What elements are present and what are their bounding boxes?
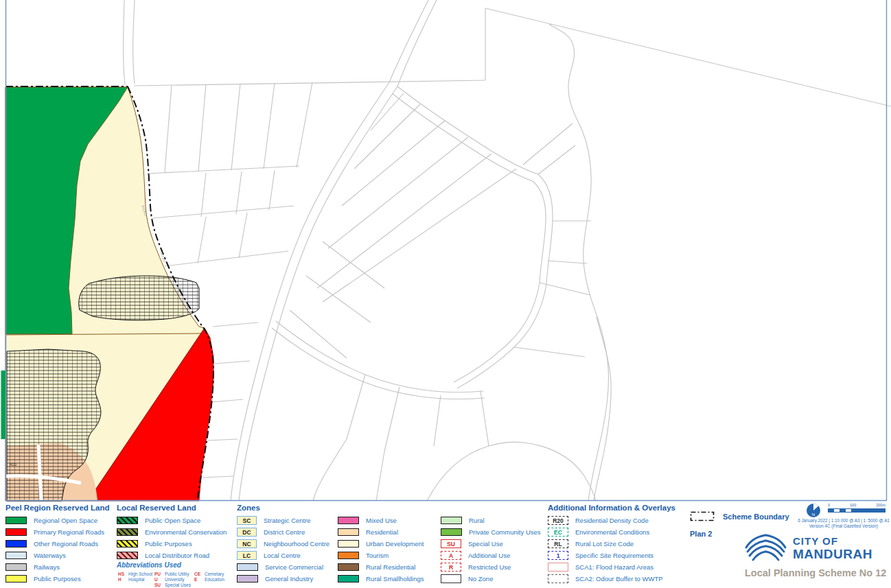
planning-map: R20 ROAD ROAD	[0, 0, 891, 502]
legend-item: Mixed Use	[338, 515, 439, 526]
legend-item: R20Residential Density Code	[548, 515, 688, 526]
density-code-label: R20	[10, 462, 16, 467]
legend-section-title: Zones	[237, 504, 260, 512]
legend-item-label: Regional Open Space	[34, 517, 97, 524]
legend-item-label: SCA2: Odour Buffer to WWTP	[575, 575, 663, 583]
legend-item-label: District Centre	[264, 528, 305, 536]
swatch-other-regional-roads	[5, 540, 27, 548]
legend-item-label: Environmental Conservation	[145, 528, 227, 536]
legend-item-label: Environmental Conditions	[575, 528, 649, 536]
logo-line-1: CITY OF	[793, 536, 872, 546]
legend-item-label: Urban Development	[366, 540, 424, 548]
legend-section-zones-3: Rural Private Community Uses SUSpecial U…	[441, 502, 545, 588]
small-lot-cluster-upper	[79, 276, 199, 320]
legend-item-label: Public Purposes	[145, 540, 192, 548]
legend-section-title: Local Reserved Land	[117, 504, 196, 512]
swatch-additional-use: A	[441, 551, 461, 560]
abbrev-desc: Education	[205, 577, 224, 582]
legend-item: Urban Development	[338, 538, 439, 550]
legend-item-label: Additional Use	[468, 552, 510, 559]
legend-item-label: SCA1: Flood Hazard Areas	[575, 563, 653, 571]
legend-item: Public Purposes	[5, 573, 115, 585]
legend-item-label: Mixed Use	[366, 517, 397, 524]
abbrev-code: E	[194, 577, 202, 582]
legend-item-label: Tourism	[366, 552, 389, 559]
scheme-boundary-item: Scheme Boundary	[690, 511, 793, 521]
swatch-local-distributor-road	[117, 552, 138, 559]
legend-item: RRestricted Use	[441, 561, 545, 573]
swatch-public-purposes	[5, 575, 27, 583]
legend-item: SCA1: Flood Hazard Areas	[548, 561, 688, 573]
abbrev-entry: UUniversity	[154, 576, 191, 582]
legend-item-label: Special Use	[468, 540, 503, 548]
map-date-scale-note: 6 January 2022 | 1:10 000 @ A3 | 1: 5000…	[796, 518, 891, 529]
legend-item: Residential	[338, 526, 439, 538]
abbrev-entry: CECemetary	[194, 571, 224, 576]
legend-item-label: Local Centre	[264, 552, 301, 559]
legend-item-label: Rural Smallholdings	[366, 575, 424, 583]
city-of-mandurah-logo: CITY OF MANDURAH Local Planning Scheme N…	[745, 532, 891, 578]
north-arrow-icon: N	[806, 503, 821, 518]
legend-item: Waterways	[5, 550, 115, 561]
legend-item: NCNeighbourhood Centre	[237, 538, 337, 550]
legend-item: LCLocal Centre	[237, 550, 337, 561]
legend-item-label: Residential Density Code	[575, 517, 649, 524]
scale-tick: 200m	[876, 503, 886, 507]
map-legend: Peel Region Reserved Land Regional Open …	[0, 502, 891, 588]
swatch-environmental-conservation	[117, 528, 138, 536]
abbrev-col-3: CECemetary EEducation	[194, 571, 224, 582]
legend-item-label: Primary Regional Roads	[34, 528, 104, 536]
abbrev-code: H	[118, 577, 126, 582]
legend-item: Environmental Conservation	[117, 526, 235, 538]
swatch-special-use: SU	[441, 539, 461, 548]
legend-item-label: Public Open Space	[145, 517, 200, 524]
swatch-sca1-flood-hazard	[548, 563, 568, 572]
swatch-specific-site-requirements: 1	[548, 551, 568, 560]
legend-item: Public Open Space	[117, 515, 235, 526]
legend-item: Private Community Uses	[441, 526, 545, 538]
logo-text: CITY OF MANDURAH	[793, 536, 872, 561]
legend-item: RLRural Lot Size Code	[548, 538, 688, 550]
legend-item: Other Regional Roads	[5, 538, 115, 550]
swatch-neighbourhood-centre: NC	[237, 539, 257, 548]
legend-item: AAdditional Use	[441, 550, 545, 561]
legend-section-title: Peel Region Reserved Land	[5, 504, 109, 512]
swatch-strategic-centre: SC	[237, 516, 257, 525]
date-line: 6 January 2022 | 1:10 000 @ A3 | 1: 5000…	[796, 518, 891, 524]
swatch-rural	[441, 517, 462, 524]
swatch-rural-residential	[338, 563, 359, 571]
abbrev-entry: EEducation	[194, 576, 224, 582]
swatch-primary-regional-roads	[5, 528, 27, 536]
legend-section-title: Additional Information & Overlays	[548, 504, 675, 512]
legend-item: DCDistrict Centre	[237, 526, 337, 538]
swatch-rural-lot-size-code: RL	[548, 539, 568, 548]
legend-item: No Zone	[441, 573, 545, 585]
legend-item: SUSpecial Use	[441, 538, 545, 550]
legend-section-local: Local Reserved Land Public Open Space En…	[117, 502, 235, 588]
swatch-service-commercial	[237, 563, 258, 571]
swatch-public-open-space	[117, 517, 138, 524]
abbrev-entry: PUPublic Utility	[154, 571, 191, 576]
scheme-title: Local Planning Scheme No 12	[745, 567, 891, 578]
swatch-regional-open-space	[5, 517, 27, 524]
abbrev-entry: SUSpecial Uses	[154, 582, 191, 587]
abbrev-code: CE	[194, 572, 202, 576]
legend-item-label: General Industry	[265, 575, 313, 583]
legend-item: SCA2: Odour Buffer to WWTP	[548, 573, 688, 585]
legend-item: Local Distributor Road	[117, 550, 235, 561]
legend-item: ECEnvironmental Conditions	[548, 526, 688, 538]
planning-scheme-page: R20 ROAD ROAD Peel Region Reserved Land …	[0, 0, 891, 588]
scheme-boundary-label: Scheme Boundary	[723, 513, 789, 521]
legend-item-label: No Zone	[468, 575, 493, 583]
legend-item-label: Strategic Centre	[264, 517, 311, 524]
legend-item-label: Public Purposes	[34, 575, 81, 583]
scale-bar	[828, 508, 886, 513]
abbrev-entry: HSHigh School	[118, 571, 152, 576]
map-canvas: R20 ROAD ROAD	[0, 0, 891, 502]
legend-item-label: Railways	[34, 563, 60, 571]
abbrev-desc: High School	[128, 572, 152, 576]
swatch-waterways	[5, 552, 27, 559]
legend-item-label: Specific Site Requirements	[575, 552, 653, 559]
legend-item-label: Residential	[366, 528, 398, 536]
legend-item: General Industry	[237, 573, 337, 585]
